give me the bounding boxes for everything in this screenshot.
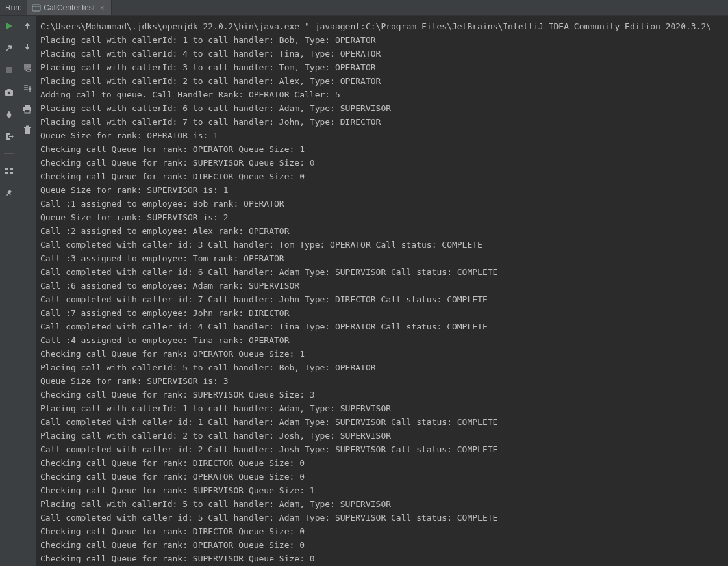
console-line: Call :6 assigned to employee: Adam rank:… bbox=[39, 279, 728, 292]
console-line: Checking call Queue for rank: OPERATOR Q… bbox=[39, 142, 728, 156]
layout-icon[interactable] bbox=[3, 164, 16, 177]
console-line: Checking call Queue for rank: SUPERVISOR… bbox=[39, 388, 728, 402]
svg-rect-5 bbox=[7, 89, 11, 91]
arrow-up-icon[interactable] bbox=[21, 19, 34, 32]
camera-icon[interactable] bbox=[3, 86, 16, 99]
svg-point-8 bbox=[8, 111, 10, 113]
console-line: Placing call with callerId: 1 to call ha… bbox=[39, 402, 728, 415]
svg-point-7 bbox=[7, 112, 11, 118]
svg-rect-0 bbox=[32, 5, 40, 11]
pin-icon[interactable] bbox=[3, 187, 16, 199]
console-line: Checking call Queue for rank: SUPERVISOR… bbox=[39, 483, 728, 497]
bug-icon[interactable] bbox=[3, 108, 16, 121]
arrow-down-icon[interactable] bbox=[21, 40, 34, 53]
console-line: Queue Size for rank: SUPERVISOR is: 3 bbox=[39, 374, 728, 388]
svg-rect-15 bbox=[5, 172, 8, 174]
scroll-to-end-icon[interactable] bbox=[21, 82, 34, 95]
stop-button[interactable] bbox=[3, 64, 16, 77]
tab-title: CallCenterTest bbox=[44, 3, 95, 12]
svg-rect-3 bbox=[6, 67, 12, 73]
console-line: Checking call Queue for rank: OPERATOR Q… bbox=[39, 347, 728, 361]
svg-rect-29 bbox=[26, 126, 29, 127]
svg-rect-24 bbox=[25, 105, 30, 107]
svg-rect-16 bbox=[10, 172, 13, 174]
console-line: Checking call Queue for rank: OPERATOR Q… bbox=[39, 538, 728, 552]
console-line: Call completed with caller id: 3 Call ha… bbox=[39, 238, 728, 251]
console-line: C:\Users\Mohammad\.jdks\openjdk-22.0.2\b… bbox=[39, 19, 728, 33]
console-line: Placing call with callerId: 6 to call ha… bbox=[39, 101, 728, 115]
svg-rect-13 bbox=[5, 168, 8, 170]
console-line: Call completed with caller id: 4 Call ha… bbox=[39, 320, 728, 333]
app-icon bbox=[32, 3, 41, 12]
console-line: Call completed with caller id: 5 Call ha… bbox=[39, 511, 728, 524]
console-line: Call completed with caller id: 2 Call ha… bbox=[39, 443, 728, 456]
svg-marker-19 bbox=[25, 70, 27, 72]
console-line: Call :7 assigned to employee: John rank:… bbox=[39, 306, 728, 320]
svg-rect-14 bbox=[10, 168, 13, 170]
console-line: Placing call with callerId: 7 to call ha… bbox=[39, 115, 728, 129]
console-line: Queue Size for rank: SUPERVISOR is: 1 bbox=[39, 183, 728, 197]
svg-line-10 bbox=[11, 114, 12, 114]
run-controls-toolbar bbox=[18, 16, 36, 566]
svg-marker-2 bbox=[6, 23, 12, 29]
console-line: Call :1 assigned to employee: Bob rank: … bbox=[39, 197, 728, 211]
trash-icon[interactable] bbox=[21, 123, 34, 136]
svg-rect-27 bbox=[25, 128, 30, 134]
rerun-button[interactable] bbox=[3, 19, 16, 32]
console-line: Checking call Queue for rank: DIRECTOR Q… bbox=[39, 170, 728, 183]
console-line: Placing call with callerId: 5 to call ha… bbox=[39, 361, 728, 374]
main-area: C:\Users\Mohammad\.jdks\openjdk-22.0.2\b… bbox=[0, 16, 728, 566]
svg-rect-26 bbox=[25, 110, 30, 113]
console-line: Placing call with callerId: 3 to call ha… bbox=[39, 60, 728, 74]
console-line: Placing call with callerId: 1 to call ha… bbox=[39, 33, 728, 47]
console-line: Checking call Queue for rank: SUPERVISOR… bbox=[39, 552, 728, 565]
console-line: Queue Size for rank: SUPERVISOR is: 2 bbox=[39, 211, 728, 224]
svg-line-12 bbox=[11, 116, 12, 116]
console-line: Checking call Queue for rank: OPERATOR Q… bbox=[39, 470, 728, 483]
console-line: Call :2 assigned to employee: Alex rank:… bbox=[39, 224, 728, 238]
console-line: Call completed with caller id: 1 Call ha… bbox=[39, 415, 728, 429]
console-line: Call completed with caller id: 7 Call ha… bbox=[39, 292, 728, 306]
left-sidebar-toolbar bbox=[0, 16, 18, 566]
console-line: Call :3 assigned to employee: Tom rank: … bbox=[39, 251, 728, 265]
svg-line-9 bbox=[6, 114, 7, 114]
console-line: Placing call with callerId: 2 to call ha… bbox=[39, 429, 728, 443]
console-line: Checking call Queue for rank: DIRECTOR Q… bbox=[39, 456, 728, 470]
run-label: Run: bbox=[0, 3, 27, 12]
exit-icon[interactable] bbox=[3, 130, 16, 143]
wrench-icon[interactable] bbox=[3, 42, 16, 55]
console-line: Placing call with callerId: 5 to call ha… bbox=[39, 497, 728, 511]
run-config-tab[interactable]: CallCenterTest × bbox=[27, 0, 111, 15]
svg-line-11 bbox=[6, 116, 7, 116]
console-line: Call completed with caller id: 6 Call ha… bbox=[39, 265, 728, 279]
console-line: Checking call Queue for rank: DIRECTOR Q… bbox=[39, 524, 728, 538]
console-line: Checking call Queue for rank: SUPERVISOR… bbox=[39, 156, 728, 170]
console-line: Call :4 assigned to employee: Tina rank:… bbox=[39, 333, 728, 347]
soft-wrap-icon[interactable] bbox=[21, 61, 34, 74]
close-tab-icon[interactable]: × bbox=[97, 4, 107, 12]
console-output[interactable]: C:\Users\Mohammad\.jdks\openjdk-22.0.2\b… bbox=[36, 16, 728, 566]
print-icon[interactable] bbox=[21, 103, 34, 116]
console-line: Adding call to queue. Call Handler Rank:… bbox=[39, 88, 728, 101]
divider bbox=[4, 153, 14, 154]
svg-point-6 bbox=[7, 92, 10, 94]
run-panel-header: Run: CallCenterTest × bbox=[0, 0, 728, 16]
console-line: Placing call with callerId: 4 to call ha… bbox=[39, 47, 728, 60]
console-line: Placing call with callerId: 2 to call ha… bbox=[39, 74, 728, 88]
console-line: Queue Size for rank: OPERATOR is: 1 bbox=[39, 129, 728, 142]
